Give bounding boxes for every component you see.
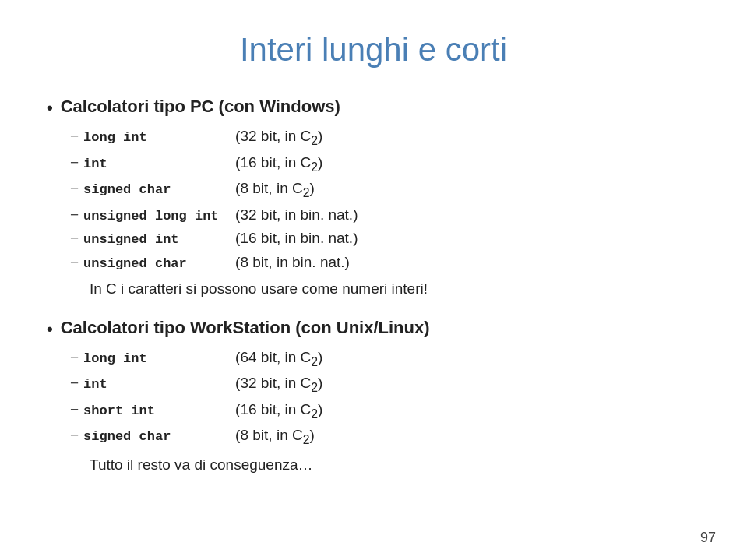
list-item: − unsigned long int (32 bit, in bin. nat… <box>70 204 700 227</box>
section2-title: Calcolatori tipo WorkStation (con Unix/L… <box>61 315 430 340</box>
list-item: − unsigned int (16 bit, in bin. nat.) <box>70 227 700 250</box>
dash-icon: − <box>70 347 79 369</box>
dash-icon: − <box>70 372 79 395</box>
dash-icon: − <box>70 252 79 274</box>
list-item: − long int (32 bit, in C2) <box>70 125 700 150</box>
code-unsigned-char: unsigned char <box>83 254 235 274</box>
code-unsigned-int: unsigned int <box>83 230 235 250</box>
slide-title: Interi lunghi e corti <box>47 31 700 69</box>
list-item: − long int (64 bit, in C2) <box>70 347 700 372</box>
desc-signed-char-2: (8 bit, in C2) <box>235 424 315 449</box>
section2: • Calcolatori tipo WorkStation (con Unix… <box>47 315 700 477</box>
section2-note: Tutto il resto va di conseguenza… <box>90 454 700 477</box>
page-number: 97 <box>700 530 716 546</box>
list-item: − signed char (8 bit, in C2) <box>70 424 700 449</box>
dash-icon: − <box>70 125 79 148</box>
list-item: − short int (16 bit, in C2) <box>70 399 700 424</box>
dash-icon: − <box>70 152 79 174</box>
desc-unsigned-char: (8 bit, in bin. nat.) <box>235 252 350 274</box>
desc-unsigned-long-int: (32 bit, in bin. nat.) <box>235 204 358 227</box>
dash-icon: − <box>70 227 79 250</box>
list-item: − unsigned char (8 bit, in bin. nat.) <box>70 252 700 274</box>
code-long-int-2: long int <box>83 349 235 369</box>
code-signed-char: signed char <box>83 180 235 200</box>
list-item: − int (16 bit, in C2) <box>70 152 700 177</box>
section1-bullet: • Calcolatori tipo PC (con Windows) <box>47 93 700 121</box>
dash-icon: − <box>70 399 79 421</box>
code-short-int: short int <box>83 401 235 421</box>
desc-int-2: (32 bit, in C2) <box>235 372 322 397</box>
list-item: − int (32 bit, in C2) <box>70 372 700 397</box>
dash-icon: − <box>70 204 79 227</box>
code-long-int: long int <box>83 128 235 148</box>
desc-long-int: (32 bit, in C2) <box>235 125 322 150</box>
content-area: • Calcolatori tipo PC (con Windows) − lo… <box>47 93 700 476</box>
section1: • Calcolatori tipo PC (con Windows) − lo… <box>47 93 700 301</box>
code-unsigned-long-int: unsigned long int <box>83 206 235 227</box>
bullet-dot-2: • <box>47 316 53 342</box>
section2-bullet: • Calcolatori tipo WorkStation (con Unix… <box>47 315 700 342</box>
dash-icon: − <box>70 178 79 200</box>
section1-note: In C i caratteri si possono usare come n… <box>90 278 700 301</box>
desc-signed-char: (8 bit, in C2) <box>235 178 315 203</box>
desc-int: (16 bit, in C2) <box>235 152 322 177</box>
desc-short-int: (16 bit, in C2) <box>235 399 322 424</box>
desc-unsigned-int: (16 bit, in bin. nat.) <box>235 227 358 250</box>
list-item: − signed char (8 bit, in C2) <box>70 178 700 203</box>
desc-long-int-2: (64 bit, in C2) <box>235 347 322 372</box>
code-int-2: int <box>83 375 235 395</box>
bullet-dot-1: • <box>47 95 53 121</box>
section1-title: Calcolatori tipo PC (con Windows) <box>61 93 340 119</box>
dash-icon: − <box>70 424 79 447</box>
code-signed-char-2: signed char <box>83 427 235 447</box>
slide-container: Interi lunghi e corti • Calcolatori tipo… <box>0 0 747 560</box>
code-int: int <box>83 154 235 174</box>
